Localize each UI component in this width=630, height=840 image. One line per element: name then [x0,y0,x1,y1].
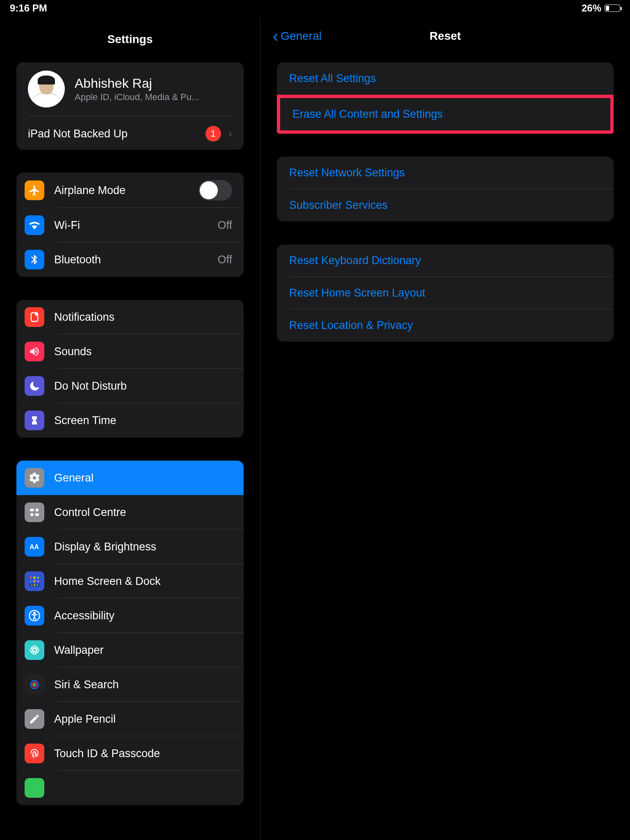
status-time: 9:16 PM [10,2,47,14]
svg-rect-14 [31,584,32,586]
wifi-label: Wi-Fi [54,219,208,232]
sidebar-item-airplane[interactable]: Airplane Mode [16,173,244,208]
general-label: General [54,472,232,484]
sidebar-item-partial[interactable] [16,771,244,805]
home-dock-icon [25,571,44,591]
sidebar-item-general[interactable]: General [16,461,244,495]
airplane-icon [25,180,44,200]
chevron-left-icon: ‹ [273,28,278,44]
touchid-label: Touch ID & Passcode [54,747,232,760]
sidebar-item-sounds[interactable]: Sounds [16,334,244,369]
svg-point-27 [36,651,38,653]
hourglass-icon [25,411,44,430]
backup-badge: 1 [205,126,221,142]
svg-point-18 [34,612,35,614]
notifications-icon [25,307,44,327]
svg-rect-5 [35,514,39,516]
chevron-right-icon: › [228,127,232,140]
backup-row[interactable]: iPad Not Backed Up 1 › [28,116,232,142]
alerts-section: Notifications Sounds Do Not Disturb Scre… [16,300,244,438]
wifi-icon [25,215,44,235]
bluetooth-value: Off [217,253,232,266]
gear-icon [25,468,44,488]
reset-keyboard-dictionary[interactable]: Reset Keyboard Dictionary [277,244,614,277]
bluetooth-icon [25,250,44,269]
main-settings-section: General Control Centre AA Display & Brig… [16,461,244,805]
dnd-label: Do Not Disturb [54,380,232,393]
svg-rect-7 [30,577,32,579]
accessibility-label: Accessibility [54,609,232,622]
fingerprint-icon [25,744,44,763]
content-header: ‹ General Reset [260,16,630,62]
sidebar-item-home-dock[interactable]: Home Screen & Dock [16,564,244,598]
status-right: 26% [582,2,620,14]
sidebar-item-pencil[interactable]: Apple Pencil [16,702,244,736]
subscriber-services[interactable]: Subscriber Services [277,189,614,221]
sidebar-item-wifi[interactable]: Wi-Fi Off [16,208,244,242]
account-name: Abhishek Raj [75,76,232,91]
display-icon: AA [25,537,44,557]
svg-rect-16 [37,584,38,586]
reset-home-screen-layout[interactable]: Reset Home Screen Layout [277,277,614,309]
sidebar-item-wallpaper[interactable]: Wallpaper [16,633,244,667]
svg-rect-11 [34,580,36,582]
sidebar-item-dnd[interactable]: Do Not Disturb [16,369,244,403]
backup-label: iPad Not Backed Up [28,128,128,140]
sidebar-item-screentime[interactable]: Screen Time [16,403,244,438]
svg-rect-15 [34,584,35,586]
notifications-label: Notifications [54,311,232,324]
sidebar-item-notifications[interactable]: Notifications [16,300,244,334]
status-bar: 9:16 PM 26% [0,0,630,16]
sidebar-item-accessibility[interactable]: Accessibility [16,598,244,633]
svg-point-31 [33,683,36,686]
sidebar-item-display[interactable]: AA Display & Brightness [16,530,244,564]
account-subtitle: Apple ID, iCloud, Media & Pu... [75,92,232,103]
account-row[interactable]: Abhishek Raj Apple ID, iCloud, Media & P… [28,71,232,116]
account-section[interactable]: Abhishek Raj Apple ID, iCloud, Media & P… [16,62,244,150]
wifi-value: Off [217,219,232,232]
sidebar-item-touchid[interactable]: Touch ID & Passcode [16,736,244,771]
svg-point-1 [35,313,38,316]
control-centre-icon [25,502,44,522]
content-pane: ‹ General Reset Reset All Settings Erase… [260,16,630,840]
reset-all-settings[interactable]: Reset All Settings [277,62,614,95]
reset-network-settings[interactable]: Reset Network Settings [277,157,614,189]
sidebar-item-bluetooth[interactable]: Bluetooth Off [16,242,244,277]
sidebar: Settings Abhishek Raj Apple ID, iCloud, … [0,16,260,840]
pencil-label: Apple Pencil [54,713,232,726]
highlight-erase: Erase All Content and Settings [277,95,614,134]
reset-group-3: Reset Keyboard Dictionary Reset Home Scr… [277,244,614,342]
svg-rect-2 [30,509,34,511]
avatar [28,71,65,107]
svg-point-26 [32,651,34,653]
siri-label: Siri & Search [54,678,232,691]
airplane-label: Airplane Mode [54,184,189,197]
svg-rect-8 [34,577,36,579]
reset-location-privacy[interactable]: Reset Location & Privacy [277,309,614,342]
svg-rect-10 [30,580,32,582]
svg-text:AA: AA [30,543,39,550]
bluetooth-label: Bluetooth [54,253,208,266]
svg-rect-9 [37,577,39,579]
svg-point-25 [36,647,38,649]
battery-icon [605,5,620,12]
svg-point-3 [36,509,39,512]
svg-rect-12 [37,580,39,582]
moon-icon [25,376,44,396]
airplane-toggle[interactable] [199,180,232,201]
back-button[interactable]: ‹ General [273,28,322,44]
wallpaper-label: Wallpaper [54,644,232,657]
partial-icon [25,778,44,798]
display-label: Display & Brightness [54,541,232,553]
sidebar-item-siri[interactable]: Siri & Search [16,667,244,702]
wallpaper-icon [25,640,44,660]
back-label: General [281,30,322,43]
screentime-label: Screen Time [54,414,232,427]
sidebar-title: Settings [0,16,260,62]
erase-all-content[interactable]: Erase All Content and Settings [280,98,610,130]
svg-point-4 [30,513,34,516]
svg-point-24 [32,647,34,649]
accessibility-icon [25,606,44,625]
sidebar-item-control-centre[interactable]: Control Centre [16,495,244,530]
pencil-icon [25,709,44,729]
